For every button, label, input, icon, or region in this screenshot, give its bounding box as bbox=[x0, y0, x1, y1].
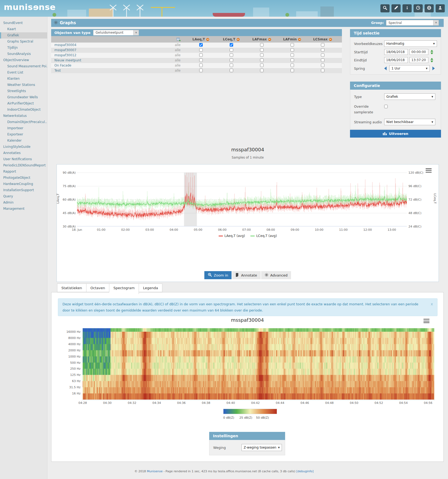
sidebar-item-weather-stations[interactable]: Weather Stations bbox=[0, 82, 47, 88]
remove-column-icon[interactable] bbox=[237, 38, 240, 41]
info-button[interactable] bbox=[402, 4, 412, 12]
checkbox-lcsmax[interactable] bbox=[321, 69, 324, 72]
checkbox-lafmin[interactable] bbox=[290, 43, 294, 47]
tab-legenda[interactable]: Legenda bbox=[139, 284, 162, 292]
streaming-audio-select[interactable]: Niet beschikbaar▼ bbox=[384, 119, 435, 125]
munisense-logo[interactable]: munisense bbox=[4, 2, 56, 12]
legend-item-lceqt[interactable]: LCeq,T (avg) bbox=[250, 234, 277, 238]
object-type-select[interactable]: Geluidsmeetpunt ▼ bbox=[93, 30, 139, 36]
object-scope[interactable]: alle bbox=[170, 53, 186, 57]
sidebar-item-objectoverview[interactable]: ObjectOverview bbox=[0, 57, 47, 63]
step-back-icon[interactable] bbox=[384, 67, 387, 70]
sidebar-item-installationsupport[interactable]: InstallationSupport bbox=[0, 187, 47, 193]
munisense-link[interactable]: Munisense bbox=[147, 470, 162, 473]
sidebar-item-livingstyleguide[interactable]: LivingStyleGuide bbox=[0, 144, 47, 150]
sidebar-item-query[interactable]: Query bbox=[0, 193, 47, 200]
sidebar-item-kaart[interactable]: Kaart bbox=[0, 26, 47, 32]
groep-select[interactable]: Spectral ▼ bbox=[386, 20, 439, 26]
checkbox-lcsmax[interactable] bbox=[321, 53, 324, 57]
checkbox-lceqt[interactable] bbox=[230, 43, 233, 47]
remove-column-icon[interactable] bbox=[329, 38, 332, 41]
object-scope[interactable]: alle bbox=[170, 64, 186, 67]
remove-column-icon[interactable] bbox=[298, 38, 301, 41]
time-spinner-icon[interactable] bbox=[430, 50, 433, 54]
voorbeeldkeuzes-select[interactable]: Handmatig▼ bbox=[384, 40, 437, 47]
object-name[interactable]: msspaf30012 bbox=[54, 53, 76, 57]
end-date-input[interactable]: 18/06/2018 bbox=[384, 57, 408, 63]
annotate-button[interactable]: Annotate bbox=[232, 271, 260, 279]
sidebar-item-groundwater-wells[interactable]: Groundwater Wells bbox=[0, 94, 47, 100]
checkbox-lafmin[interactable] bbox=[290, 48, 294, 52]
object-scope[interactable]: alle bbox=[170, 58, 186, 62]
end-time-input[interactable]: 13:37:20 bbox=[410, 57, 428, 63]
account-button[interactable] bbox=[436, 4, 445, 12]
checkbox-lafmin[interactable] bbox=[290, 53, 294, 57]
start-date-input[interactable]: 18/06/2018 bbox=[384, 49, 408, 55]
tab-spectogram[interactable]: Spectogram bbox=[109, 284, 139, 294]
sidebar-item-tijdlijn[interactable]: Tijdlijn bbox=[0, 45, 47, 51]
checkbox-laeqt[interactable] bbox=[199, 43, 203, 47]
checkbox-lcsmax[interactable] bbox=[321, 43, 324, 47]
override-samplerate-checkbox[interactable] bbox=[384, 105, 388, 108]
checkbox-lafmax[interactable] bbox=[260, 48, 264, 52]
history-button[interactable] bbox=[414, 4, 423, 12]
checkbox-lceqt[interactable] bbox=[230, 58, 233, 62]
sidebar-item-klanten[interactable]: Klanten bbox=[0, 76, 47, 82]
sidebar-item-indoorclimateobject[interactable]: IndoorClimateObject bbox=[0, 107, 47, 113]
object-scope[interactable]: alle bbox=[170, 43, 186, 47]
checkbox-laeqt[interactable] bbox=[199, 48, 203, 52]
checkbox-laeqt[interactable] bbox=[199, 53, 203, 57]
checkbox-lafmax[interactable] bbox=[260, 69, 264, 72]
checkbox-laeqt[interactable] bbox=[199, 58, 203, 62]
start-time-input[interactable]: 00:00:00 bbox=[410, 49, 428, 55]
sidebar-item-hardwarecoupling[interactable]: HardwareCoupling bbox=[0, 181, 47, 187]
sidebar-item-rapport[interactable]: Rapport bbox=[0, 169, 47, 175]
search-button[interactable] bbox=[380, 4, 390, 12]
sidebar-item-soundevent[interactable]: SoundEvent bbox=[0, 20, 47, 26]
object-name[interactable]: Nieuw meetpunt bbox=[54, 58, 81, 62]
checkbox-lafmax[interactable] bbox=[260, 58, 264, 62]
remove-column-icon[interactable] bbox=[268, 38, 271, 41]
checkbox-lafmax[interactable] bbox=[260, 53, 264, 57]
checkbox-lcsmax[interactable] bbox=[321, 48, 324, 52]
sidebar-item-graphs-spectral[interactable]: Graphs Spectral bbox=[0, 39, 47, 45]
sidebar-item-importeer[interactable]: Importeer bbox=[0, 125, 47, 131]
chart-menu-icon[interactable] bbox=[426, 168, 432, 173]
edit-button[interactable] bbox=[391, 4, 401, 12]
debuginfo-link[interactable]: [debuginfo] bbox=[296, 470, 314, 473]
chart-menu-icon[interactable] bbox=[424, 319, 429, 323]
sidebar-item-admin[interactable]: Admin bbox=[0, 200, 47, 206]
checkbox-lcsmax[interactable] bbox=[321, 58, 324, 62]
object-name[interactable]: msspaf30004 bbox=[54, 43, 76, 47]
weging-select[interactable]: Z-weging toepassen▼ bbox=[242, 444, 282, 451]
language-button[interactable] bbox=[425, 4, 434, 12]
step-forward-icon[interactable] bbox=[432, 67, 435, 70]
sidebar-item-airpurifierobject[interactable]: AirPurifierObject bbox=[0, 100, 47, 107]
spectrogram-plot[interactable] bbox=[83, 328, 434, 400]
sidebar-item-user-notifications[interactable]: User Notifications bbox=[0, 156, 47, 162]
sidebar-item-annotaties[interactable]: Annotaties bbox=[0, 150, 47, 156]
spring-select[interactable]: 1 Uur▼ bbox=[389, 65, 430, 72]
sidebar-item-grafiek[interactable]: Grafiek bbox=[0, 32, 47, 39]
checkbox-laeqt[interactable] bbox=[199, 64, 203, 67]
remove-column-icon[interactable] bbox=[206, 38, 209, 41]
sidebar-item-streetlights[interactable]: Streetlights bbox=[0, 88, 47, 94]
object-scope[interactable]: alle bbox=[170, 69, 186, 72]
checkbox-lafmax[interactable] bbox=[260, 64, 264, 67]
sidebar-item-photogateobject[interactable]: PhotogateObject bbox=[0, 175, 47, 181]
sidebar-item-periodicldensoundreport[interactable]: PeriodicLDENSoundReport bbox=[0, 162, 47, 169]
sidebar-item-netwerkstatus[interactable]: Netwerkstatus bbox=[0, 113, 47, 119]
checkbox-lafmin[interactable] bbox=[290, 64, 294, 67]
object-name[interactable]: On Facade bbox=[54, 64, 71, 67]
sidebar-item-event-list[interactable]: Event List bbox=[0, 69, 47, 76]
zoom-in-button[interactable]: Zoom in bbox=[204, 271, 232, 279]
checkbox-lceqt[interactable] bbox=[230, 48, 233, 52]
sidebar-item-management[interactable]: Management bbox=[0, 206, 47, 212]
legend-item-laeqt[interactable]: LAeq,T (avg) bbox=[219, 234, 245, 238]
sidebar-item-domainobjectprecalc[interactable]: DomainObjectPrecalcul... bbox=[0, 119, 47, 125]
checkbox-laeqt[interactable] bbox=[199, 69, 203, 72]
sidebar-item-exporteer[interactable]: Exporteer bbox=[0, 131, 47, 138]
sidebar-item-kalender[interactable]: Kalender bbox=[0, 138, 47, 144]
object-scope[interactable]: alle bbox=[170, 48, 186, 52]
checkbox-lceqt[interactable] bbox=[230, 69, 233, 72]
